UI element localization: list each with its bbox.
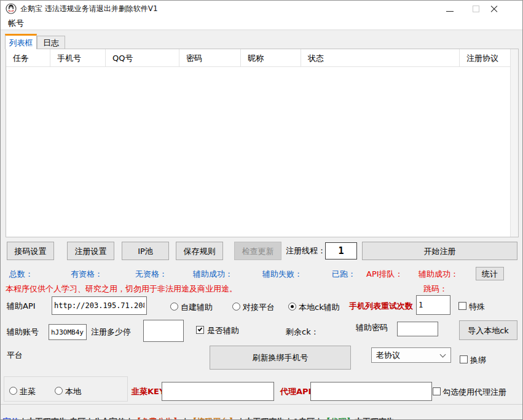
assist-account-label: 辅助账号: [7, 327, 39, 336]
radio-local-proxy-label[interactable]: 本地: [65, 387, 81, 396]
skip-code-label: 跳码：: [423, 284, 447, 293]
minimize-icon: [446, 11, 454, 12]
menu-bar: 帐号: [1, 17, 522, 30]
radio-jiucai-label[interactable]: 韭菜: [20, 387, 36, 396]
use-proxy-checkbox[interactable]: [433, 387, 441, 395]
stat-total-label: 总数：: [9, 269, 33, 279]
assist-password-input[interactable]: [397, 322, 438, 336]
column-header-phone[interactable]: 手机号: [50, 49, 106, 67]
column-header-protocol[interactable]: 注册协议: [460, 49, 510, 67]
stat-api-queue-label: API排队：: [366, 269, 403, 279]
special-checkbox[interactable]: [458, 302, 466, 310]
radio-local-proxy[interactable]: [55, 387, 63, 395]
maximize-button[interactable]: [466, 1, 485, 17]
proxy-api-input[interactable]: [310, 382, 432, 401]
stat-unqualified-label: 无资格：: [135, 269, 167, 279]
radio-self-assist-label[interactable]: 自建辅助: [181, 303, 213, 312]
column-header-nickname[interactable]: 昵称: [241, 49, 301, 67]
protocol-select-value: 老协议: [376, 350, 400, 361]
protocol-select[interactable]: 老协议: [371, 347, 451, 363]
marquee-strip: 宣传｜本工程声告 专区｜公众宣传｜【免费公告】｜【接码平台】｜本工程声告｜A专区…: [1, 418, 522, 420]
assist-password-label: 辅助密码: [356, 323, 388, 332]
code-settings-button[interactable]: 接码设置: [7, 242, 54, 260]
marquee-text: 宣传｜本工程声告 专区｜公众宣传｜【免费公告】｜【接码平台】｜本工程声告｜A专区…: [3, 418, 395, 420]
radio-selected-dot: [291, 305, 294, 308]
radio-self-assist[interactable]: [170, 303, 178, 311]
stop-count-label: 注册多少停: [91, 327, 131, 336]
platform-label: 平台: [7, 351, 23, 360]
proxy-api-label: 代理API: [280, 387, 311, 396]
special-checkbox-label[interactable]: 特殊: [469, 302, 485, 311]
check-mark-icon: [198, 327, 203, 331]
stat-assist-success-label: 辅助成功：: [193, 269, 233, 279]
remaining-ck-label: 剩余ck：: [286, 327, 319, 336]
register-settings-button[interactable]: 注册设置: [67, 242, 114, 260]
start-register-button[interactable]: 开始注册: [362, 242, 517, 260]
assist-account-input[interactable]: [49, 324, 87, 340]
stat-qualified-label: 有资格：: [71, 269, 103, 279]
check-update-button: 检查更新: [234, 242, 281, 260]
stat-ran-label: 已跑：: [332, 269, 356, 279]
save-rules-button[interactable]: 保存规则: [176, 242, 223, 260]
assist-api-input[interactable]: [52, 296, 147, 315]
column-header-task[interactable]: 任务: [6, 49, 50, 67]
table-body-empty: [6, 67, 510, 237]
tab-log-label: 日志: [43, 38, 59, 47]
import-local-ck-button[interactable]: 导入本地ck: [459, 320, 517, 340]
radio-platform-assist-label[interactable]: 对接平台: [243, 303, 275, 312]
close-button[interactable]: [485, 1, 503, 17]
rebind-checkbox[interactable]: [460, 355, 468, 363]
assist-api-label: 辅助API: [7, 301, 36, 311]
app-window: 企鹅宝 违法违规业务请退出并删除软件V1 帐号 列表框 日志 任务 手机号 QQ…: [0, 0, 523, 420]
jiucai-key-label: 韭菜KEY: [132, 387, 165, 396]
penguin-logo-icon: [6, 3, 17, 14]
tab-listbox-label: 列表框: [9, 38, 33, 47]
maximize-icon: [473, 6, 479, 12]
tab-log[interactable]: 日志: [37, 36, 65, 49]
radio-local-ck-assist-label[interactable]: 本地ck辅助: [299, 303, 340, 312]
table-vertical-scrollbar[interactable]: [510, 49, 518, 237]
chevron-down-icon: [440, 352, 446, 358]
refresh-rebind-phone-button[interactable]: 刷新换绑手机号: [210, 346, 351, 370]
column-header-password[interactable]: 密码: [179, 49, 241, 67]
stop-count-input[interactable]: [143, 320, 184, 342]
phone-retry-input[interactable]: [416, 295, 450, 315]
tab-listbox[interactable]: 列表框: [5, 34, 37, 49]
phone-retry-label: 手机列表重试次数：: [349, 301, 421, 311]
window-title: 企鹅宝 违法违规业务请退出并删除软件V1: [20, 1, 158, 17]
radio-local-ck-assist[interactable]: [288, 303, 296, 311]
statistics-button[interactable]: 统计: [476, 267, 504, 280]
jiucai-key-input[interactable]: [162, 382, 274, 401]
window-titlebar: 企鹅宝 违法违规业务请退出并删除软件V1: [1, 1, 522, 17]
menu-item-account[interactable]: 帐号: [6, 17, 26, 30]
account-table: 任务 手机号 QQ号 密码 昵称 状态 注册协议: [6, 49, 519, 237]
assist-enabled-label[interactable]: 是否辅助: [207, 326, 239, 335]
thread-count-input[interactable]: [325, 242, 357, 260]
stat-assist-success2-label: 辅助成功：: [419, 269, 458, 279]
use-proxy-label[interactable]: 勾选使用代理注册: [442, 387, 506, 397]
table-header-row: 任务 手机号 QQ号 密码 昵称 状态 注册协议: [6, 49, 510, 67]
ip-pool-button[interactable]: IP池: [122, 242, 169, 260]
minimize-button[interactable]: [441, 1, 459, 17]
stat-assist-fail-label: 辅助失败：: [262, 269, 302, 279]
column-header-qq[interactable]: QQ号: [106, 49, 179, 67]
column-header-status[interactable]: 状态: [301, 49, 460, 67]
thread-count-label: 注册线程：: [286, 246, 326, 255]
rebind-checkbox-label[interactable]: 换绑: [470, 355, 486, 365]
radio-jiucai[interactable]: [9, 387, 17, 395]
status-bar: 注册成功: 0 注册失败: 0 IP: 接码平台: 自建平台 注册模式: 收短信…: [1, 404, 522, 418]
disclaimer-text: 本程序仅供个人学习、研究之用，切勿用于非法用途及商业用途。: [6, 284, 237, 293]
radio-platform-assist[interactable]: [232, 303, 240, 311]
assist-enabled-checkbox[interactable]: [196, 326, 204, 334]
